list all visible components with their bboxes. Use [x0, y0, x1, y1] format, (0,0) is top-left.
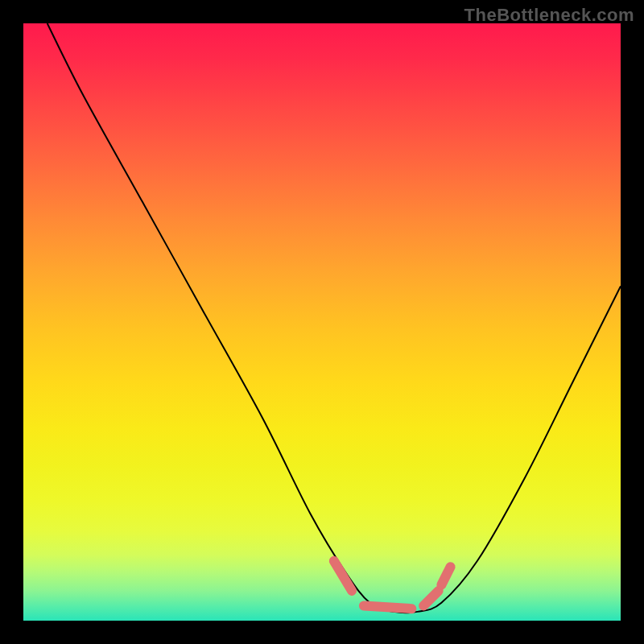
- watermark-text: TheBottleneck.com: [464, 5, 634, 26]
- plot-area: [23, 23, 621, 621]
- highlight-dash: [423, 591, 439, 606]
- highlight-dash: [441, 567, 450, 584]
- highlight-dash: [364, 605, 411, 609]
- curve-svg: [23, 23, 621, 621]
- highlight-dashes: [334, 561, 451, 609]
- bottleneck-curve: [47, 23, 621, 613]
- highlight-dash: [334, 561, 352, 591]
- chart-container: TheBottleneck.com: [0, 0, 644, 644]
